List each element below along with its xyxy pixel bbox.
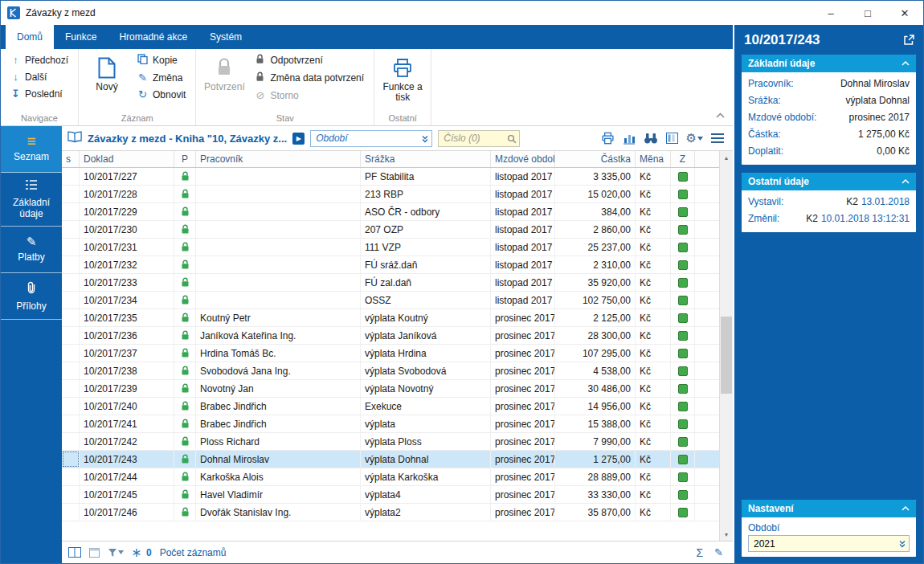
print-icon[interactable]	[601, 132, 615, 145]
tab-domu[interactable]: Domů	[6, 25, 54, 49]
filter-icon[interactable]	[108, 548, 124, 558]
snowflake-icon[interactable]	[132, 548, 141, 558]
row-select-cell[interactable]	[62, 468, 80, 485]
copy-button[interactable]: Kopie	[132, 51, 190, 69]
row-select-cell[interactable]	[62, 186, 80, 202]
table-row[interactable]: 10/2017/238 Svobodová Jana Ing. výplata …	[62, 362, 719, 380]
column-header-castka[interactable]: Částka	[555, 151, 636, 167]
row-select-cell[interactable]	[62, 239, 80, 255]
search-icon[interactable]	[507, 134, 517, 146]
table-row[interactable]: 10/2017/235 Koutný Petr výplata Koutný p…	[62, 309, 719, 327]
confirm-button[interactable]: Potvrzení	[201, 51, 247, 94]
table-row[interactable]: 10/2017/227 PF Stabilita listopad 2017 3…	[62, 168, 719, 186]
row-select-cell[interactable]	[62, 168, 80, 185]
section-header[interactable]: Ostatní údaje	[742, 173, 916, 190]
period-filter-input[interactable]	[310, 130, 432, 147]
scroll-down-button[interactable]: ▼	[720, 528, 733, 541]
row-select-cell[interactable]	[62, 415, 80, 432]
tab-funkce[interactable]: Funkce	[54, 25, 108, 49]
column-header-srazka[interactable]: Srážka	[361, 151, 491, 167]
open-in-window-icon[interactable]	[903, 35, 914, 46]
row-select-cell[interactable]	[62, 292, 80, 309]
minimize-button[interactable]: –	[812, 1, 849, 25]
sidebar-item-seznam[interactable]: ≡ Seznam	[1, 126, 62, 173]
table-row[interactable]: 10/2017/231 111 VZP listopad 2017 25 237…	[62, 239, 719, 256]
unconfirm-button[interactable]: Odpotvrzení	[249, 51, 369, 69]
section-header[interactable]: Nastavení	[742, 500, 916, 517]
row-select-cell[interactable]	[62, 486, 80, 503]
row-select-cell[interactable]	[62, 451, 80, 468]
double-chevron-down-icon[interactable]	[421, 134, 429, 145]
table-row[interactable]: 10/2017/230 207 OZP listopad 2017 2 860,…	[62, 221, 719, 239]
table-row[interactable]: 10/2017/236 Janíková Kateřina Ing. výpla…	[62, 327, 719, 345]
row-select-cell[interactable]	[62, 345, 80, 362]
vertical-scrollbar[interactable]: ▲ ▼	[719, 151, 733, 541]
column-header-s[interactable]: s	[62, 151, 80, 167]
book-select-button[interactable]: ▶	[292, 133, 305, 145]
chart-icon[interactable]	[623, 133, 636, 145]
functions-print-button[interactable]: Funkce a tisk	[379, 51, 426, 104]
table-row[interactable]: 10/2017/237 Hrdina Tomáš Bc. výplata Hrd…	[62, 345, 719, 362]
table-row[interactable]: 10/2017/232 FÚ sráž.daň listopad 2017 2 …	[62, 256, 719, 274]
collapse-ribbon-button[interactable]	[716, 109, 725, 121]
prev-record-button[interactable]: ↑ Předchozí	[6, 51, 73, 68]
detail-date-link[interactable]: 10.01.2018 13:12:31	[821, 213, 910, 224]
tab-hromadne-akce[interactable]: Hromadné akce	[108, 25, 198, 49]
settings-gear-icon[interactable]: ⚙	[686, 133, 703, 144]
binoculars-icon[interactable]	[644, 133, 658, 144]
new-record-button[interactable]: Nový	[84, 51, 130, 94]
edit-icon[interactable]: ✎	[714, 546, 723, 558]
column-header-mena[interactable]: Měna	[636, 151, 671, 167]
row-select-cell[interactable]	[62, 203, 80, 220]
scrollbar-thumb[interactable]	[721, 317, 732, 394]
row-select-cell[interactable]	[62, 504, 80, 521]
menu-icon[interactable]	[711, 133, 724, 143]
double-chevron-down-icon[interactable]	[898, 539, 906, 550]
table-row[interactable]: 10/2017/228 213 RBP listopad 2017 15 020…	[62, 186, 719, 203]
column-header-z[interactable]: Z	[671, 151, 695, 167]
period-setting-input[interactable]	[748, 535, 910, 552]
sidebar-item-zakladni-udaje[interactable]: Základní údaje	[1, 173, 62, 227]
table-row[interactable]: 10/2017/229 ASO ČR - odbory listopad 201…	[62, 203, 719, 221]
sidebar-item-prilohy[interactable]: Přílohy	[1, 273, 62, 320]
table-row[interactable]: 10/2017/246 Dvořák Stanislav Ing. výplat…	[62, 504, 719, 521]
last-record-button[interactable]: ↧ Poslední	[6, 85, 73, 102]
table-row[interactable]: 10/2017/239 Novotný Jan výplata Novotný …	[62, 380, 719, 398]
scrollbar-track[interactable]	[720, 164, 733, 528]
next-record-button[interactable]: ↓ Další	[6, 68, 73, 85]
cancel-document-button[interactable]: ⊘ Storno	[249, 87, 369, 104]
row-select-cell[interactable]	[62, 362, 80, 379]
columns-view-icon[interactable]	[68, 547, 81, 558]
sum-icon[interactable]: Σ	[696, 546, 703, 559]
column-header-pracovnik[interactable]: Pracovník	[196, 151, 361, 167]
close-button[interactable]: ✕	[886, 1, 923, 25]
column-header-mzdove-obdobi[interactable]: Mzdové období	[491, 151, 555, 167]
table-row[interactable]: 10/2017/242 Ploss Richard výplata Ploss …	[62, 433, 719, 451]
row-select-cell[interactable]	[62, 380, 80, 397]
table-row[interactable]: 10/2017/240 Brabec Jindřich Exekuce pros…	[62, 398, 719, 415]
refresh-button[interactable]: ↻ Obnovit	[132, 86, 190, 103]
column-header-p[interactable]: P	[174, 151, 196, 167]
table-row[interactable]: 10/2017/241 Brabec Jindřich výplata pros…	[62, 415, 719, 433]
detail-date-link[interactable]: 13.01.2018	[861, 196, 910, 207]
row-select-cell[interactable]	[62, 274, 80, 291]
row-select-cell[interactable]	[62, 327, 80, 344]
change-confirm-date-button[interactable]: Změna data potvrzení	[249, 69, 369, 87]
column-header-doklad[interactable]: Doklad	[80, 151, 174, 167]
table-row[interactable]: 10/2017/233 FÚ zal.daň listopad 2017 35 …	[62, 274, 719, 292]
row-select-cell[interactable]	[62, 398, 80, 415]
columns-icon[interactable]	[666, 133, 678, 144]
table-row[interactable]: 10/2017/244 Karkoška Alois výplata Karko…	[62, 468, 719, 486]
tab-system[interactable]: Systém	[198, 25, 253, 49]
table-row[interactable]: 10/2017/243 Dohnal Miroslav výplata Dohn…	[62, 451, 719, 468]
edit-button[interactable]: ✎ Změna	[132, 69, 190, 86]
sidebar-item-platby[interactable]: ✎ Platby	[1, 227, 62, 273]
row-select-cell[interactable]	[62, 433, 80, 450]
preview-panel-icon[interactable]	[89, 548, 100, 558]
row-select-cell[interactable]	[62, 256, 80, 273]
maximize-button[interactable]: □	[849, 1, 886, 25]
scroll-up-button[interactable]: ▲	[720, 151, 733, 164]
section-header[interactable]: Základní údaje	[742, 55, 916, 72]
row-select-cell[interactable]	[62, 221, 80, 238]
table-row[interactable]: 10/2017/234 OSSZ listopad 2017 102 750,0…	[62, 292, 719, 309]
